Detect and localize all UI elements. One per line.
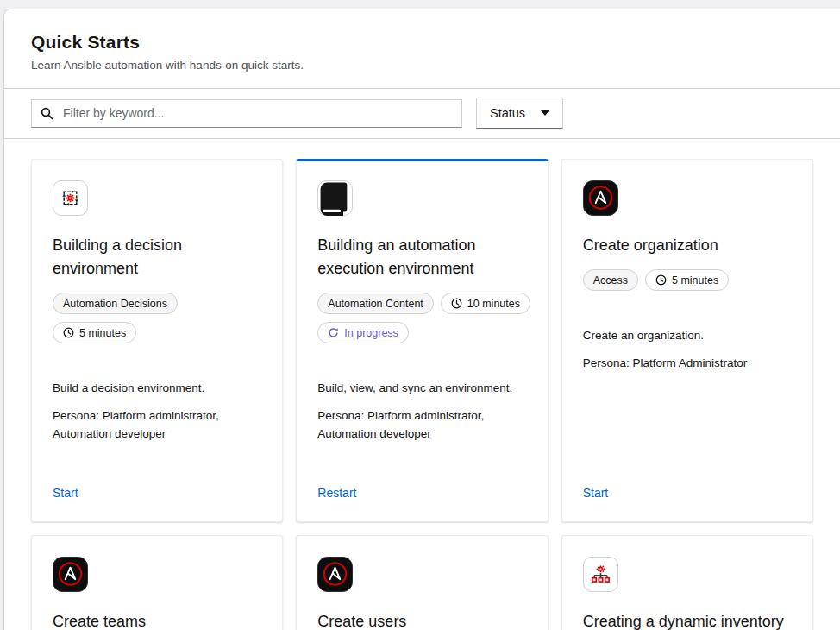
status-dropdown-label: Status [490,106,525,120]
dynamic-inventory-icon [583,557,618,592]
chevron-down-icon [541,110,549,116]
card-description: Build a decision environment. [53,379,204,397]
content-panel: Quick Starts Learn Ansible automation wi… [3,9,840,630]
search-icon [41,107,53,120]
card-title: Building a decision environment [53,234,261,280]
badge-row: In progress [317,322,409,343]
quickstart-card-create-teams[interactable]: Create teams [31,535,283,630]
quickstart-card-creating-a-dynamic-inventory[interactable]: Creating a dynamic inventory [561,535,813,630]
filter-input[interactable] [61,105,453,121]
badge-5-minutes: 5 minutes [53,322,136,343]
badge-label: In progress [344,327,398,339]
decision-environment-icon [53,180,88,216]
filter-toolbar: Status [4,89,840,139]
page-subtitle: Learn Ansible automation with hands-on q… [31,59,813,72]
page-title: Quick Starts [31,32,813,53]
start-link[interactable]: Start [583,486,609,500]
badge-automation-content: Automation Content [317,293,434,314]
badge-5-minutes: 5 minutes [645,269,729,291]
ansible-icon [317,557,353,592]
quickstart-card-building-an-automation-execution-environment[interactable]: Building an automation execution environ… [296,159,548,522]
book-icon [317,180,353,216]
ansible-icon [583,180,618,216]
sync-icon [328,327,339,338]
badge-row: Automation Content10 minutes [317,293,530,314]
page-header: Quick Starts Learn Ansible automation wi… [4,9,840,89]
badge-row: Automation Decisions [53,293,178,314]
badge-in-progress: In progress [317,322,409,343]
clock-icon [655,274,667,286]
card-badges: Access5 minutes [583,269,730,291]
badge-label: 5 minutes [79,327,126,339]
quickstarts-grid: Building a decision environmentAutomatio… [4,139,840,630]
card-persona: Persona: Platform administrator, Automat… [53,406,261,443]
badge-10-minutes: 10 minutes [441,293,530,314]
ansible-icon [53,557,88,592]
badge-label: Automation Decisions [63,298,167,310]
keyword-filter[interactable] [31,99,462,128]
card-badges: Automation Content10 minutesIn progress [317,293,530,343]
card-title: Building an automation execution environ… [317,234,526,280]
badge-label: Automation Content [328,298,423,310]
card-title: Create teams [53,610,146,630]
quickstart-card-building-a-decision-environment[interactable]: Building a decision environmentAutomatio… [31,159,283,522]
card-description: Build, view, and sync an environment. [317,379,512,397]
card-persona: Persona: Platform administrator, Automat… [317,406,526,443]
card-title: Create organization [583,234,718,257]
badge-row: Access5 minutes [583,269,730,291]
card-persona: Persona: Platform Administrator [583,354,748,372]
clock-icon [451,298,462,309]
start-link[interactable]: Start [53,486,78,500]
card-title: Creating a dynamic inventory [583,610,784,630]
clock-icon [63,327,74,338]
badge-automation-decisions: Automation Decisions [53,293,178,314]
card-badges: Automation Decisions5 minutes [53,293,178,343]
quickstart-card-create-users[interactable]: Create users [296,535,548,630]
card-title: Create users [317,610,406,630]
quickstart-card-create-organization[interactable]: Create organizationAccess5 minutesCreate… [561,159,813,522]
badge-row: 5 minutes [53,322,136,343]
card-footer: Start [583,475,609,501]
card-footer: Restart [317,475,356,501]
restart-link[interactable]: Restart [317,486,356,500]
card-description: Create an organization. [583,326,704,344]
badge-label: 5 minutes [672,274,718,287]
badge-label: Access [593,274,628,287]
badge-label: 10 minutes [467,298,520,310]
status-dropdown[interactable]: Status [476,98,563,129]
card-footer: Start [53,475,78,501]
badge-access: Access [583,269,638,291]
